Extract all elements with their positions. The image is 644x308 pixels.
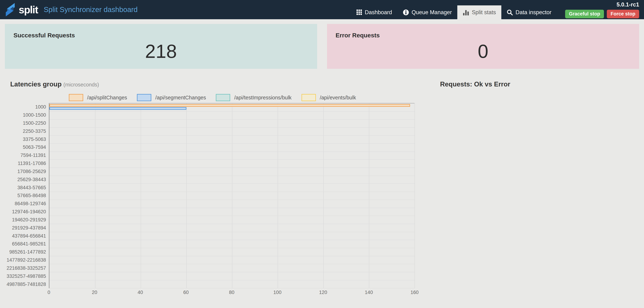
card-title: Error Requests: [336, 32, 631, 39]
chart-row: [50, 152, 414, 160]
legend-swatch: [216, 94, 230, 101]
latencies-chart: 10001000-15001500-22502250-33753375-5063…: [10, 103, 414, 288]
x-axis-label: 160: [410, 290, 418, 295]
y-axis-label: 7594-11391: [10, 151, 49, 160]
chart-row: [50, 176, 414, 184]
legend-label: /api/splitChanges: [87, 95, 127, 101]
y-axis-label: 17086-25629: [10, 168, 49, 176]
y-axis-label: 437894-656841: [10, 232, 49, 240]
nav-item-split-stats[interactable]: Split stats: [457, 6, 501, 19]
legend-label: /api/segmentChanges: [155, 95, 206, 101]
latencies-title-text: Latencies group: [10, 80, 62, 88]
error-requests-value: 0: [336, 42, 631, 61]
legend-swatch: [137, 94, 151, 101]
nav-item-queue-manager[interactable]: Queue Manager: [398, 6, 457, 19]
page-title: Split Synchronizer dashboard: [44, 6, 138, 14]
x-axis-label: 100: [273, 290, 282, 295]
chart-row: [50, 168, 414, 176]
latencies-title-unit: (microseconds): [64, 82, 99, 88]
legend-label: /api/events/bulk: [320, 95, 356, 101]
y-axis-label: 5063-7594: [10, 144, 49, 152]
legend-item[interactable]: /api/testImpressions/bulk: [216, 94, 292, 101]
chart-row: [50, 256, 414, 264]
navbar-controls: 5.0.1-rc1 Graceful stop Force stop: [565, 2, 639, 19]
version-label: 5.0.1-rc1: [616, 2, 639, 7]
legend-swatch: [302, 94, 316, 101]
navbar: split Split Synchronizer dashboard Dashb…: [0, 0, 644, 19]
chart-row: [50, 240, 414, 248]
latency-bar: [50, 104, 410, 107]
x-axis-label: 140: [365, 290, 373, 295]
nav-item-data-inspector[interactable]: Data inspector: [501, 6, 557, 19]
chart-row: [50, 248, 414, 256]
legend-swatch: [69, 94, 83, 101]
chart-legend: /api/splitChanges/api/segmentChanges/api…: [10, 94, 414, 101]
y-axis-label: 57665-86498: [10, 192, 49, 200]
chart-row: [50, 280, 414, 288]
latencies-title: Latencies group(microseconds): [10, 80, 414, 88]
y-axis-label: 4987885-7481828: [10, 280, 49, 288]
split-logo-icon: [5, 3, 16, 17]
legend-label: /api/testImpressions/bulk: [234, 95, 292, 101]
bar-chart-icon: [463, 9, 469, 16]
y-axis-label: 3375-5063: [10, 135, 49, 144]
x-axis-label: 0: [48, 290, 50, 295]
chart-row: [50, 160, 414, 168]
y-axis-label: 86498-129746: [10, 200, 49, 208]
stat-cards: Successful Requests 218 Error Requests 0: [5, 24, 639, 69]
chart-row: [50, 200, 414, 208]
y-axis-label: 2216838-3325257: [10, 264, 49, 272]
y-axis-label: 1500-2250: [10, 119, 49, 127]
y-axis-label: 1000-1500: [10, 111, 49, 119]
nav-item-label: Dashboard: [365, 9, 392, 16]
card-title: Successful Requests: [14, 32, 308, 39]
y-axis-label: 2250-3375: [10, 127, 49, 135]
x-axis-label: 80: [229, 290, 234, 295]
graceful-stop-button[interactable]: Graceful stop: [565, 10, 604, 18]
brand: split Split Synchronizer dashboard: [5, 0, 138, 19]
latency-bar: [50, 107, 186, 110]
nav-item-label: Data inspector: [516, 9, 552, 16]
chart-rows: [50, 104, 414, 288]
legend-item[interactable]: /api/events/bulk: [302, 94, 356, 101]
chart-row: [50, 264, 414, 272]
stop-buttons: Graceful stop Force stop: [565, 10, 639, 18]
y-axis-label: 291929-437894: [10, 224, 49, 232]
successful-requests-value: 218: [14, 42, 308, 61]
nav-item-label: Split stats: [472, 9, 496, 16]
nav-menu: Dashboard Queue Manager Sp: [351, 0, 557, 19]
y-axis-label: 1000: [10, 103, 49, 111]
search-icon: [507, 9, 513, 16]
chart-row: [50, 112, 414, 120]
main-content: Latencies group(microseconds) /api/split…: [0, 80, 644, 297]
chart-row: [50, 184, 414, 192]
y-axis-label: 985261-1477892: [10, 248, 49, 256]
chart-row: [50, 128, 414, 136]
nav-item-label: Queue Manager: [412, 9, 452, 16]
chart-row: [50, 216, 414, 224]
chart-plot-area: [49, 103, 414, 288]
grid-icon: [356, 10, 362, 15]
latencies-section: Latencies group(microseconds) /api/split…: [0, 80, 414, 297]
legend-item[interactable]: /api/segmentChanges: [137, 94, 206, 101]
error-requests-card: Error Requests 0: [327, 24, 639, 69]
info-circle-icon: [403, 9, 409, 16]
nav-item-dashboard[interactable]: Dashboard: [351, 6, 398, 19]
y-axis-label: 194620-291929: [10, 216, 49, 224]
y-axis-label: 11391-17086: [10, 160, 49, 168]
legend-item[interactable]: /api/splitChanges: [69, 94, 127, 101]
x-axis-label: 40: [138, 290, 143, 295]
successful-requests-card: Successful Requests 218: [5, 24, 317, 69]
chart-row: [50, 232, 414, 240]
chart-row: [50, 136, 414, 144]
force-stop-button[interactable]: Force stop: [607, 10, 639, 18]
requests-title: Requests: Ok vs Error: [440, 80, 510, 88]
chart-row: [50, 272, 414, 280]
x-axis-labels: 020406080100120140160: [49, 290, 414, 297]
x-axis-label: 20: [92, 290, 97, 295]
y-axis-labels: 10001000-15001500-22502250-33753375-5063…: [10, 103, 49, 288]
y-axis-label: 1477892-2216838: [10, 256, 49, 264]
y-axis-label: 25629-38443: [10, 176, 49, 184]
chart-row: [50, 120, 414, 128]
chart-row: [50, 104, 414, 112]
